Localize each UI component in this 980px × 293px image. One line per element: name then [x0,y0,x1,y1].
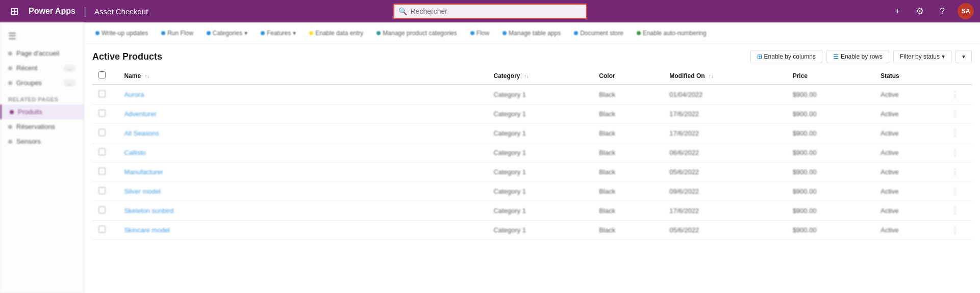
row-status: Active [874,182,945,201]
toolbar-btn-enable-autonum[interactable]: Enable auto-numbering [632,28,712,39]
row-action-button[interactable]: ⋮ [951,148,959,157]
row-name[interactable]: Silver model [118,182,487,201]
search-wrap: 🔍 [393,4,587,19]
row-checkbox-cell[interactable] [92,85,118,104]
select-all-checkbox[interactable] [98,71,106,78]
sidebar-item-recent[interactable]: Récent … [0,61,84,75]
col-header-status[interactable]: Status [874,67,945,85]
row-select-checkbox[interactable] [98,206,106,214]
btn-dot-blue [95,31,99,35]
toolbar-btn-categories-label: Categories [213,30,242,37]
btn-dot-teal [376,31,381,35]
row-checkbox-cell[interactable] [92,163,118,182]
sidebar-item-reservations[interactable]: Réservations [0,119,84,134]
avatar[interactable]: SA [958,3,974,19]
row-actions[interactable]: ⋮ [945,201,972,221]
row-action-button[interactable]: ⋮ [951,225,959,235]
sidebar-item-home[interactable]: Page d'accueil [0,46,84,61]
row-action-button[interactable]: ⋮ [951,167,959,177]
waffle-icon[interactable]: ⊞ [6,5,22,17]
row-action-button[interactable]: ⋮ [951,187,959,196]
row-checkbox-cell[interactable] [92,221,118,240]
row-checkbox-cell[interactable] [92,143,118,163]
sidebar-item-groups[interactable]: Groupes … [0,75,84,90]
row-select-checkbox[interactable] [98,148,106,155]
row-checkbox-cell[interactable] [92,182,118,201]
row-action-button[interactable]: ⋮ [951,128,959,138]
col-header-name[interactable]: Name ↑↓ [118,67,487,85]
toolbar-btn-run-flow[interactable]: Run Flow [156,28,198,39]
row-checkbox-cell[interactable] [92,201,118,221]
settings-button[interactable]: ⚙ [913,6,927,17]
row-select-checkbox[interactable] [98,129,106,136]
toolbar-btn-manage-product-categories[interactable]: Manage product categories [371,28,462,39]
sidebar-item-groups-badge: … [64,79,76,87]
toolbar-btn-document-store[interactable]: Document store [569,28,629,39]
app-name: Asset Checkout [94,7,148,16]
search-input[interactable] [393,4,587,19]
row-select-checkbox[interactable] [98,187,106,194]
col-header-color[interactable]: Color [593,67,663,85]
data-table: Name ↑↓ Category ↑↓ Color Modified On ↑↓… [92,67,972,240]
row-actions[interactable]: ⋮ [945,143,972,163]
row-action-button[interactable]: ⋮ [951,90,959,99]
toolbar-btn-features[interactable]: Features ▾ [256,28,301,39]
sidebar-item-recent-badge: … [64,65,76,72]
col-header-price[interactable]: Price [787,67,874,85]
row-category: Category 1 [487,221,593,240]
page-title: Active Products [92,51,162,62]
row-select-checkbox[interactable] [98,90,106,97]
row-modified: 17/6/2022 [663,104,786,124]
enable-rows-button[interactable]: ☰ Enable by rows [826,50,889,63]
toolbar-btn-categories[interactable]: Categories ▾ [202,28,253,39]
enable-columns-button[interactable]: ⊞ Enable by columns [750,50,822,63]
view-selector-button[interactable]: ▾ [956,50,972,63]
row-name-link[interactable]: Aurora [124,91,144,98]
row-checkbox-cell[interactable] [92,124,118,143]
toolbar-btn-manage-table-apps[interactable]: Manage table apps [497,28,566,39]
page-title-actions: ⊞ Enable by columns ☰ Enable by rows Fil… [750,50,972,63]
sidebar-top-icon[interactable]: ☰ [0,26,84,46]
row-name[interactable]: Adventurer [118,104,487,124]
filter-button[interactable]: Filter by status ▾ [893,50,951,63]
row-name[interactable]: Skeleton sunbird [118,201,487,221]
row-select-checkbox[interactable] [98,226,106,233]
btn-dot-blue6 [502,31,507,35]
sidebar-item-sensors[interactable]: Sensors [0,134,84,149]
row-name[interactable]: Manufacturer [118,163,487,182]
row-actions[interactable]: ⋮ [945,163,972,182]
row-actions[interactable]: ⋮ [945,85,972,104]
row-name-link[interactable]: All Seasons [124,129,159,137]
toolbar-btn-write-updates[interactable]: Write-up updates [90,28,153,39]
row-color: Black [593,104,663,124]
row-name-link[interactable]: Skeleton sunbird [124,207,173,215]
col-header-modified[interactable]: Modified On ↑↓ [663,67,786,85]
row-action-button[interactable]: ⋮ [951,206,959,216]
row-category: Category 1 [487,85,593,104]
sidebar-item-products[interactable]: Produits [0,104,84,119]
row-name-link[interactable]: Skincare model [124,226,170,234]
col-header-category[interactable]: Category ↑↓ [487,67,593,85]
row-name[interactable]: Callisto [118,143,487,163]
row-name[interactable]: All Seasons [118,124,487,143]
row-checkbox-cell[interactable] [92,104,118,124]
row-actions[interactable]: ⋮ [945,221,972,240]
toolbar-btn-enable-data-entry[interactable]: Enable data entry [304,28,368,39]
row-actions[interactable]: ⋮ [945,104,972,124]
help-button[interactable]: ? [935,6,949,17]
toolbar-btn-flow[interactable]: Flow [465,28,494,39]
row-name-link[interactable]: Callisto [124,149,146,156]
row-select-checkbox[interactable] [98,110,106,117]
row-name-link[interactable]: Adventurer [124,110,157,118]
row-name-link[interactable]: Silver model [124,188,161,195]
row-name[interactable]: Skincare model [118,221,487,240]
row-select-checkbox[interactable] [98,168,106,175]
row-action-button[interactable]: ⋮ [951,109,959,119]
row-name-link[interactable]: Manufacturer [124,168,163,176]
add-button[interactable]: + [890,6,904,17]
row-actions[interactable]: ⋮ [945,182,972,201]
row-name[interactable]: Aurora [118,85,487,104]
sidebar-section-related: Related pages [0,90,84,104]
enable-columns-label: Enable by columns [764,53,816,60]
row-actions[interactable]: ⋮ [945,124,972,143]
